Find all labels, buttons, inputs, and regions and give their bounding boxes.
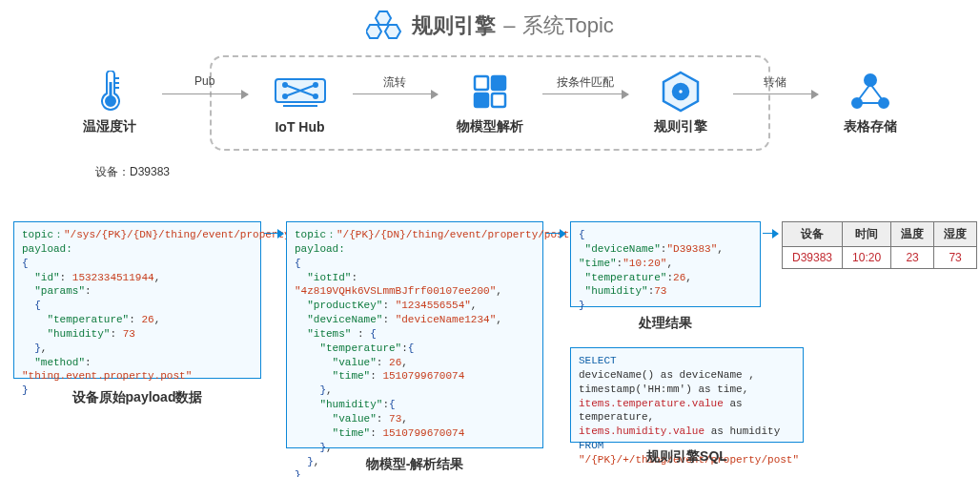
svg-point-10 — [314, 83, 317, 87]
svg-marker-2 — [385, 25, 400, 38]
svg-point-22 — [852, 98, 862, 108]
svg-point-9 — [283, 83, 287, 87]
node-store: 表格存储 — [818, 71, 923, 135]
svg-line-25 — [870, 84, 882, 99]
arrow-save: 转储 — [733, 103, 819, 104]
td-temp: 23 — [891, 247, 934, 269]
node-engine-label: 规则引擎 — [654, 118, 707, 135]
title-dash: – — [503, 13, 515, 38]
td-time: 10:20 — [843, 247, 891, 269]
node-parse-label: 物模型解析 — [457, 118, 523, 135]
arrow-route-label: 流转 — [353, 74, 439, 91]
page-title: 规则引擎 – 系统Topic — [0, 0, 980, 55]
svg-rect-14 — [475, 76, 488, 90]
th-hum: 湿度 — [934, 222, 977, 247]
panel-parse-result: topic："/{PK}/{DN}/thing/event/property/p… — [286, 221, 543, 448]
svg-marker-1 — [366, 25, 381, 38]
title-sub: 系统Topic — [522, 11, 613, 40]
panels-area: topic："/sys/{PK}/{DN}/thing/event/proper… — [0, 198, 980, 477]
node-hub: IoT Hub — [248, 72, 353, 135]
panel-raw-payload-caption: 设备原始payload数据 — [13, 389, 261, 406]
svg-marker-0 — [376, 11, 391, 25]
panel-process-result: { "deviceName":"D39383", "time":"10:20",… — [570, 221, 761, 307]
node-parse: 物模型解析 — [438, 71, 542, 135]
device-annotation: 设备：D39383 — [95, 164, 170, 180]
svg-rect-17 — [492, 93, 505, 107]
title-main: 规则引擎 — [412, 11, 496, 40]
th-device: 设备 — [783, 222, 843, 247]
node-sensor: 温湿度计 — [57, 71, 162, 135]
node-engine: 规则引擎 — [628, 71, 733, 135]
store-icon — [849, 71, 891, 113]
node-hub-label: IoT Hub — [275, 119, 324, 135]
svg-rect-16 — [475, 93, 488, 107]
svg-line-24 — [859, 84, 870, 99]
svg-point-11 — [283, 94, 287, 98]
td-device: D39383 — [783, 247, 843, 269]
arrow-pub: Pub — [162, 103, 248, 104]
svg-point-20 — [678, 89, 684, 94]
engine-icon — [660, 71, 702, 113]
svg-point-3 — [106, 96, 115, 106]
panel-sql: SELECT deviceName() as deviceName , time… — [570, 347, 804, 443]
th-temp: 温度 — [891, 222, 934, 247]
hub-icon — [274, 72, 327, 114]
result-table: 设备 时间 温度 湿度 D39383 10:20 23 73 — [782, 221, 977, 269]
thermometer-icon — [94, 71, 125, 113]
panel-process-result-caption: 处理结果 — [570, 315, 761, 332]
svg-rect-15 — [492, 76, 505, 90]
hex-cluster-icon — [366, 10, 404, 42]
table-row: D39383 10:20 23 73 — [783, 247, 977, 269]
th-time: 时间 — [843, 222, 891, 247]
arrow-save-label: 转储 — [733, 74, 819, 91]
panel-raw-payload: topic："/sys/{PK}/{DN}/thing/event/proper… — [13, 221, 261, 379]
arrow-panel2-to-panel3 — [546, 227, 565, 240]
arrow-pub-label: Pub — [162, 74, 248, 88]
table-header-row: 设备 时间 温度 湿度 — [783, 222, 977, 247]
panel-sql-caption: 规则引擎SQL — [570, 448, 804, 466]
flow-row: 温湿度计 Pub IoT Hub 流转 物模型解析 按条件匹配 规则引擎 转储 — [0, 55, 980, 151]
node-store-label: 表格存储 — [844, 118, 897, 135]
panel-parse-result-caption: 物模型-解析结果 — [286, 456, 543, 473]
arrow-match-label: 按条件匹配 — [542, 74, 628, 91]
svg-point-12 — [314, 94, 317, 98]
td-hum: 73 — [934, 247, 977, 269]
arrow-panel3-to-table — [763, 227, 778, 240]
svg-point-23 — [879, 98, 888, 108]
arrow-route: 流转 — [353, 103, 439, 104]
node-sensor-label: 温湿度计 — [83, 118, 136, 135]
arrow-match: 按条件匹配 — [542, 103, 628, 104]
arrow-panel1-to-panel2 — [264, 227, 283, 240]
parse-icon — [471, 71, 509, 113]
